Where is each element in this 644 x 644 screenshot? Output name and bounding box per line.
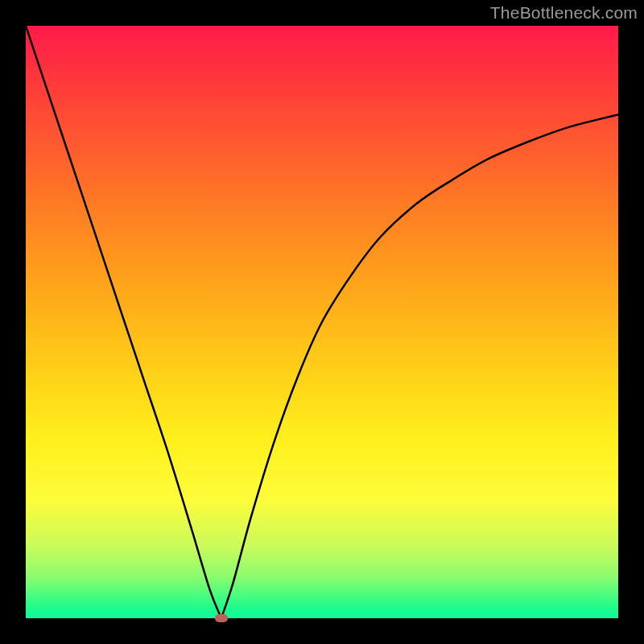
watermark-text: TheBottleneck.com [490,3,638,23]
minimum-marker [215,614,228,622]
chart-frame: TheBottleneck.com [0,0,644,644]
chart-plot-area [26,26,618,618]
